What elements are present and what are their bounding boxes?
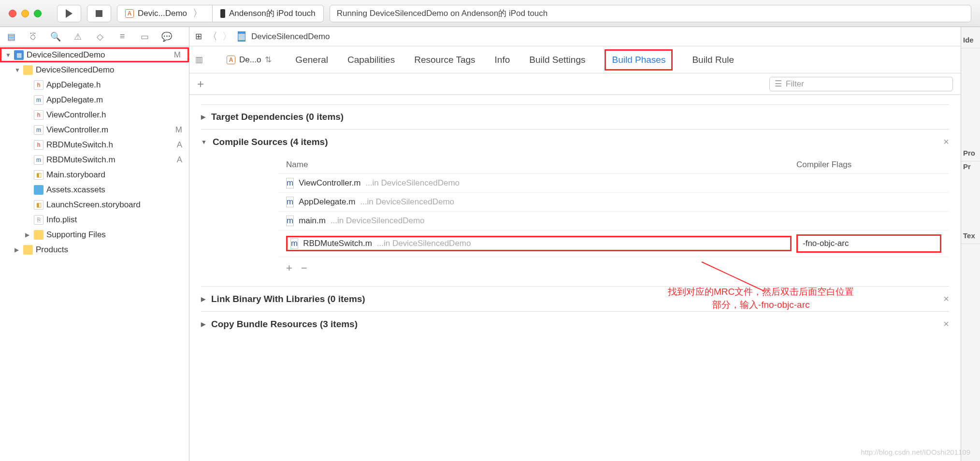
tree-row[interactable]: ◧LaunchScreen.storyboard [0, 197, 189, 212]
disclosure-triangle[interactable]: ▶ [201, 296, 205, 303]
tab-build-phases[interactable]: Build Phases [605, 49, 673, 71]
minimize-window-button[interactable] [21, 10, 29, 17]
disclosure-triangle[interactable]: ▶ [201, 321, 205, 328]
source-file-path: ...in DeviceSilencedDemo [377, 239, 471, 248]
tab-general[interactable]: General [295, 55, 328, 65]
add-phase-button[interactable]: + [197, 77, 204, 91]
tree-row[interactable]: ▶Products [0, 242, 189, 257]
disclosure-triangle[interactable]: ▶ [201, 114, 205, 120]
compile-source-row[interactable]: mAppDelegate.m ...in DeviceSilencedDemo [278, 193, 949, 212]
project-navigator-tab[interactable]: ▤ [5, 30, 17, 43]
remove-phase-button[interactable]: × [943, 318, 949, 330]
source-file-name: RBDMuteSwitch.m [303, 239, 372, 248]
tab-info[interactable]: Info [495, 55, 510, 65]
close-window-button[interactable] [9, 10, 16, 17]
disclosure-triangle[interactable]: ▼ [5, 52, 11, 58]
file-name: ViewController.m [46, 125, 108, 135]
source-file-name: ViewController.m [299, 178, 360, 188]
report-navigator-tab[interactable]: 💬 [160, 30, 173, 43]
jump-bar[interactable]: ⊞ 〈 〉 ▦ DeviceSilencedDemo [189, 27, 961, 46]
tree-row[interactable]: hViewController.h [0, 107, 189, 122]
scm-status: A [177, 140, 182, 150]
tree-row[interactable]: ▼DeviceSilencedDemo [0, 62, 189, 77]
project-name: DeviceSilencedDemo [27, 50, 105, 60]
scheme-device-label: Andenson的 iPod touch [229, 8, 316, 19]
source-control-navigator-tab[interactable]: ⛣ [27, 30, 40, 43]
compile-source-row[interactable]: mRBDMuteSwitch.m ...in DeviceSilencedDem… [278, 230, 949, 257]
project-root-row[interactable]: ▼ ▦ DeviceSilencedDemo M [0, 47, 189, 62]
phase-header[interactable]: ▼ Compile Sources (4 items) × [201, 136, 949, 147]
breakpoint-navigator-tab[interactable]: ▭ [138, 30, 151, 43]
file-name: Info.plist [46, 215, 77, 225]
stop-button[interactable] [87, 5, 111, 22]
pr-section[interactable]: Pr [961, 161, 980, 174]
test-navigator-tab[interactable]: ◇ [94, 30, 106, 43]
related-items-icon[interactable]: ⊞ [195, 31, 202, 42]
debug-navigator-tab[interactable]: ≡ [116, 30, 129, 43]
tab-build-rules[interactable]: Build Rule [692, 55, 734, 65]
source-file-path: ...in DeviceSilencedDemo [365, 178, 460, 188]
compiler-flags-cell[interactable]: -fno-objc-arc [796, 234, 941, 253]
identity-section[interactable]: Ide [961, 32, 980, 48]
file-name: LaunchScreen.storyboard [46, 200, 141, 210]
remove-phase-button[interactable]: × [943, 136, 949, 147]
phase-copy-bundle[interactable]: ▶ Copy Bundle Resources (3 items) × [201, 311, 949, 336]
tree-row[interactable]: Assets.xcassets [0, 182, 189, 197]
scheme-selector[interactable]: Devic...Demo 〉 Andenson的 iPod touch [117, 5, 324, 22]
search-navigator-tab[interactable]: 🔍 [49, 30, 62, 43]
sb-icon: ◧ [34, 200, 43, 210]
file-name: Supporting Files [46, 230, 106, 240]
tree-row[interactable]: hAppDelegate.h [0, 77, 189, 92]
compile-source-row[interactable]: mmain.m ...in DeviceSilencedDemo [278, 212, 949, 230]
tree-row[interactable]: hRBDMuteSwitch.hA [0, 137, 189, 152]
add-source-button[interactable]: + [286, 262, 292, 274]
m-icon: m [286, 197, 294, 207]
zoom-window-button[interactable] [34, 10, 42, 17]
issue-navigator-tab[interactable]: ⚠ [72, 30, 84, 43]
forward-button[interactable]: 〉 [222, 30, 232, 43]
project-doc-section[interactable]: Pro [961, 145, 980, 161]
editor-area: ⊞ 〈 〉 ▦ DeviceSilencedDemo ▥ De...o ⇅ Ge… [189, 27, 961, 461]
disclosure-triangle[interactable]: ▼ [201, 139, 207, 145]
filter-placeholder: Filter [786, 79, 804, 89]
file-name: RBDMuteSwitch.h [46, 140, 113, 150]
text-settings-section[interactable]: Tex [961, 228, 980, 244]
column-header-name[interactable]: Name [286, 160, 796, 170]
tree-row[interactable]: ⎘Info.plist [0, 212, 189, 227]
compile-source-row[interactable]: mViewController.m ...in DeviceSilencedDe… [278, 174, 949, 193]
assets-icon [34, 185, 43, 195]
phase-target-dependencies[interactable]: ▶ Target Dependencies (0 items) [201, 104, 949, 129]
sb-icon: ◧ [34, 170, 43, 180]
tree-row[interactable]: mViewController.mM [0, 122, 189, 137]
tree-row[interactable]: mAppDelegate.m [0, 92, 189, 107]
navigator-tabs: ▤ ⛣ 🔍 ⚠ ◇ ≡ ▭ 💬 [0, 27, 189, 46]
scm-status: M [175, 125, 182, 135]
filter-icon: ☰ [775, 79, 782, 89]
remove-phase-button[interactable]: × [943, 293, 949, 304]
disclosure-triangle[interactable]: ▶ [14, 246, 20, 253]
breadcrumb-project[interactable]: DeviceSilencedDemo [251, 32, 330, 42]
file-name: Assets.xcassets [46, 185, 105, 195]
m-icon: m [34, 125, 43, 135]
watermark: http://blog.csdn.net/IDOshi201109 [861, 448, 970, 456]
target-selector[interactable]: De...o ⇅ [222, 52, 276, 67]
tab-build-settings[interactable]: Build Settings [529, 55, 585, 65]
tree-row[interactable]: mRBDMuteSwitch.mA [0, 152, 189, 167]
m-icon: m [34, 95, 43, 105]
tree-row[interactable]: ▶Supporting Files [0, 227, 189, 242]
run-button[interactable] [57, 5, 81, 22]
tab-capabilities[interactable]: Capabilities [347, 55, 395, 65]
filter-input[interactable]: ☰ Filter [769, 77, 953, 91]
outline-toggle[interactable]: ▥ [195, 55, 203, 65]
h-icon: h [34, 110, 43, 120]
column-header-flags[interactable]: Compiler Flags [796, 160, 941, 170]
m-icon: m [34, 155, 43, 165]
remove-source-button[interactable]: − [301, 262, 307, 274]
disclosure-triangle[interactable]: ▼ [14, 67, 20, 73]
back-button[interactable]: 〈 [208, 30, 217, 43]
disclosure-triangle[interactable]: ▶ [25, 231, 31, 238]
tab-resource-tags[interactable]: Resource Tags [414, 55, 475, 65]
source-file-path: ...in DeviceSilencedDemo [360, 197, 454, 207]
project-icon: ▦ [14, 50, 24, 60]
tree-row[interactable]: ◧Main.storyboard [0, 167, 189, 182]
